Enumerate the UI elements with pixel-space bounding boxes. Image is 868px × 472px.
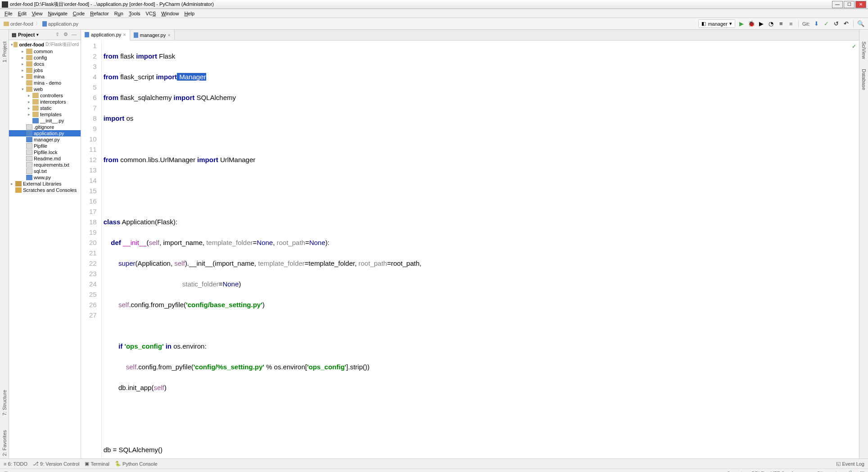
status-indent[interactable]: 4 spaces xyxy=(791,471,810,472)
tree-item[interactable]: ▸common xyxy=(9,48,81,54)
titlebar: order-food [D:\Flask项目\order-food] - ..\… xyxy=(0,0,868,9)
terminal-tool[interactable]: ▣Terminal xyxy=(85,461,109,467)
tree-item[interactable]: ▸jobs xyxy=(9,67,81,73)
tree-item[interactable]: manager.py xyxy=(9,136,81,143)
run-config-selector[interactable]: ◧ manager ▾ xyxy=(698,19,735,28)
project-tree[interactable]: ▾ order-food D:\Flask项目\ord ▸common▸conf… xyxy=(9,40,81,458)
run-button[interactable]: ▶ xyxy=(738,20,745,27)
pyfile-icon xyxy=(32,118,39,123)
close-tab-icon[interactable]: × xyxy=(167,32,170,38)
folder-icon xyxy=(26,86,32,92)
status-bar: ▢ 2 carets CRLF UTF-8 4 spaces Git: mast… xyxy=(0,468,868,472)
breadcrumb-root[interactable]: order-food xyxy=(4,21,33,27)
tree-item[interactable]: Pipfile xyxy=(9,143,81,149)
pyfile-icon xyxy=(26,131,32,136)
txtfile-icon xyxy=(26,124,32,130)
menu-code[interactable]: Code xyxy=(70,10,87,17)
tree-item[interactable]: ▸controllers xyxy=(9,92,81,99)
window-controls: — ☐ ✕ xyxy=(832,1,866,8)
code-editor[interactable]: ✓ 12345678910111213141516171819202122232… xyxy=(81,41,859,458)
main-area: 1: Project 7: Structure 2: Favorites ▤ P… xyxy=(0,30,868,458)
git-update-button[interactable]: ⬇ xyxy=(813,20,820,27)
menu-run[interactable]: Run xyxy=(112,10,126,17)
pyfile-icon xyxy=(26,175,32,180)
folder-icon xyxy=(32,105,39,111)
tree-root[interactable]: ▾ order-food D:\Flask项目\ord xyxy=(9,41,81,48)
tree-item[interactable]: ▸docs xyxy=(9,61,81,67)
concurrency-button[interactable]: ≡ xyxy=(778,20,785,27)
status-icon: ▢ xyxy=(4,470,8,472)
tree-item[interactable]: Pipfile.lock xyxy=(9,149,81,155)
tree-item[interactable]: ▾web xyxy=(9,86,81,92)
tree-item[interactable]: requirements.txt xyxy=(9,162,81,168)
status-line-sep[interactable]: CRLF xyxy=(751,471,764,472)
tree-item[interactable]: application.py xyxy=(9,130,81,136)
database-tool-tab[interactable]: Database xyxy=(860,66,868,93)
collapse-all-icon[interactable]: ⇧ xyxy=(55,32,62,38)
menu-window[interactable]: Window xyxy=(158,10,181,17)
favorites-tool-tab[interactable]: 2: Favorites xyxy=(1,427,8,458)
event-log-icon: ◱ xyxy=(836,461,841,467)
tree-item[interactable]: mina - demo xyxy=(9,80,81,86)
status-lock-icon[interactable]: 🔒 xyxy=(847,470,854,472)
todo-tool[interactable]: ≡6: TODO xyxy=(4,461,27,467)
profile-button[interactable]: ◔ xyxy=(768,20,775,27)
menu-file[interactable]: File xyxy=(2,10,15,17)
menu-vcs[interactable]: VCS xyxy=(143,10,159,17)
tree-item[interactable]: ▸templates xyxy=(9,111,81,118)
hide-panel-icon[interactable]: — xyxy=(72,32,78,38)
breadcrumb-file[interactable]: application.py xyxy=(42,21,78,27)
status-encoding[interactable]: UTF-8 xyxy=(770,471,784,472)
stop-button[interactable]: ■ xyxy=(787,20,795,27)
structure-tool-tab[interactable]: 7: Structure xyxy=(1,387,8,418)
code-content[interactable]: from flask import Flask from flask_scrip… xyxy=(102,41,859,458)
git-revert-button[interactable]: ↶ xyxy=(842,20,850,27)
menu-navigate[interactable]: Navigate xyxy=(45,10,70,17)
line-numbers: 1234567891011121314151617181920212223242… xyxy=(81,41,102,458)
tree-item[interactable]: www.py xyxy=(9,174,81,181)
project-icon: ▤ xyxy=(12,32,16,38)
git-commit-button[interactable]: ✓ xyxy=(823,20,830,27)
tree-item[interactable]: sql.txt xyxy=(9,168,81,174)
search-button[interactable]: 🔍 xyxy=(857,20,864,27)
coverage-button[interactable]: ▶ xyxy=(758,20,765,27)
close-button[interactable]: ✕ xyxy=(855,1,866,8)
status-mem-icon[interactable]: ▤ xyxy=(860,470,864,472)
breadcrumb-bar: order-food 〉 application.py ◧ manager ▾ … xyxy=(0,18,868,30)
status-git[interactable]: Git: master xyxy=(817,471,841,472)
tab-manager[interactable]: manager.py × xyxy=(130,30,175,40)
python-file-icon xyxy=(85,32,89,37)
git-label: Git: xyxy=(802,21,810,27)
project-tool-tab[interactable]: 1: Project xyxy=(1,39,8,65)
tree-scratches[interactable]: Scratches and Consoles xyxy=(9,187,81,193)
tree-item[interactable]: Readme.md xyxy=(9,155,81,162)
sciview-tool-tab[interactable]: SciView xyxy=(860,39,868,62)
folder-icon xyxy=(32,93,39,98)
python-console-tool[interactable]: 🐍Python Console xyxy=(115,461,158,467)
git-history-button[interactable]: ↺ xyxy=(832,20,840,27)
settings-icon[interactable]: ⚙ xyxy=(63,32,70,38)
tree-item[interactable]: ▸static xyxy=(9,105,81,111)
menu-tools[interactable]: Tools xyxy=(126,10,143,17)
tree-item[interactable]: __init__.py xyxy=(9,118,81,124)
tree-item[interactable]: ▸interceptors xyxy=(9,99,81,105)
event-log-tool[interactable]: ◱Event Log xyxy=(836,461,864,467)
chevron-down-icon[interactable]: ▾ xyxy=(36,32,39,37)
tab-application[interactable]: application.py × xyxy=(81,30,130,41)
tree-item[interactable]: ▸mina xyxy=(9,73,81,80)
close-tab-icon[interactable]: × xyxy=(123,32,126,37)
menu-refactor[interactable]: Refactor xyxy=(87,10,112,17)
terminal-icon: ▣ xyxy=(85,461,89,467)
tree-item[interactable]: .gitignore xyxy=(9,124,81,130)
menu-help[interactable]: Help xyxy=(181,10,197,17)
maximize-button[interactable]: ☐ xyxy=(844,1,854,8)
debug-button[interactable]: 🐞 xyxy=(748,20,755,27)
menu-view[interactable]: View xyxy=(29,10,45,17)
tree-item[interactable]: ▸config xyxy=(9,54,81,61)
chevron-down-icon: ▾ xyxy=(729,21,732,27)
tree-external-libs[interactable]: ▸ External Libraries xyxy=(9,181,81,187)
python-file-icon xyxy=(42,21,47,27)
vcs-tool[interactable]: ⎇9: Version Control xyxy=(33,461,79,467)
menu-edit[interactable]: Edit xyxy=(15,10,29,17)
minimize-button[interactable]: — xyxy=(832,1,843,8)
